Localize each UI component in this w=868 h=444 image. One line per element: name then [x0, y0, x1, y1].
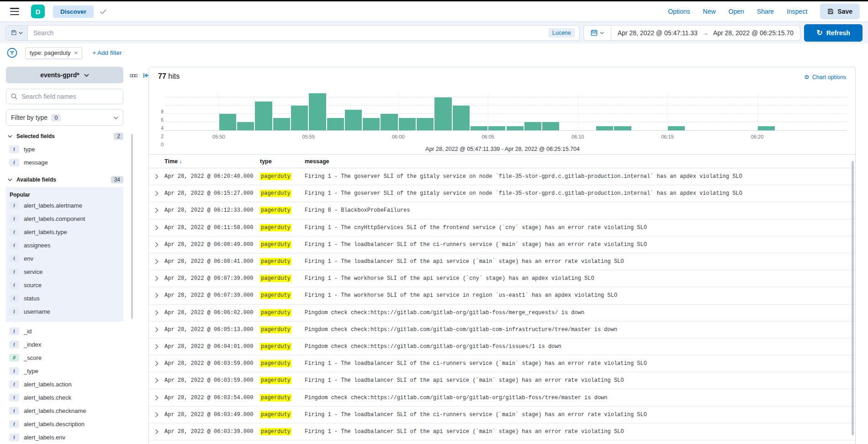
field-item-alert_labels.alertname[interactable]: talert_labels.alertname — [6, 199, 123, 212]
nav-new[interactable]: New — [703, 8, 716, 15]
expand-row-button[interactable] — [149, 327, 164, 332]
highlighted-term: pagerduty — [260, 326, 291, 333]
field-item-alert_labels.action[interactable]: talert_labels.action — [6, 378, 123, 391]
cell-time: Apr 28, 2022 @ 06:11:58.000 — [164, 225, 260, 231]
expand-row-button[interactable] — [149, 412, 164, 417]
field-item-service[interactable]: tservice — [6, 265, 123, 278]
filter-by-type-button[interactable]: Filter by type 0 — [6, 109, 123, 126]
date-range-end[interactable]: Apr 28, 2022 @ 06:25:15.70 — [713, 29, 794, 37]
cell-message: Firing 1 - The loadbalancer SLI of the c… — [305, 412, 855, 418]
expand-row-button[interactable] — [149, 378, 164, 383]
y-axis-tick: 2 — [158, 134, 164, 139]
nav-options[interactable]: Options — [668, 8, 690, 15]
field-item-source[interactable]: tsource — [6, 278, 123, 292]
column-header-time[interactable]: Time↓ — [164, 158, 260, 165]
refresh-button[interactable]: ↻ Refresh — [804, 24, 863, 42]
nav-inspect[interactable]: Inspect — [787, 8, 807, 15]
cell-type: pagerduty — [260, 258, 305, 265]
expand-row-button[interactable] — [149, 395, 164, 401]
filter-pill[interactable]: type: pagerduty × — [25, 47, 82, 59]
highlighted-term: pagerduty — [260, 394, 291, 401]
expand-row-button[interactable] — [149, 276, 164, 281]
field-search-input[interactable]: Search field names — [6, 89, 123, 104]
date-range-start[interactable]: Apr 28, 2022 @ 05:47:11.33 — [618, 29, 698, 37]
cell-type: pagerduty — [260, 275, 305, 282]
string-type-icon: t — [9, 394, 19, 401]
saved-query-menu-button[interactable] — [6, 26, 28, 40]
table-header: Time↓ type message — [149, 154, 855, 168]
available-fields-header[interactable]: Available fields 34 — [6, 176, 123, 183]
field-item-_type[interactable]: t_type — [6, 364, 123, 378]
results-panel: 77 hits ⚙ Chart options 02468 05:5005:55… — [148, 67, 856, 444]
field-item-_index[interactable]: t_index — [6, 338, 123, 351]
field-item-message[interactable]: tmessage — [6, 156, 123, 169]
chevron-right-icon — [155, 242, 159, 247]
field-item-env[interactable]: tenv — [6, 252, 123, 265]
column-header-message[interactable]: message — [305, 158, 855, 165]
selected-fields-header[interactable]: Selected fields 2 — [6, 133, 123, 140]
add-filter-button[interactable]: + Add filter — [92, 49, 122, 56]
index-pattern-select[interactable]: events-gprd* — [6, 67, 123, 83]
chevron-down-icon — [600, 32, 604, 34]
field-item-_score[interactable]: #_score — [6, 351, 123, 364]
y-axis-labels: 02468 — [158, 85, 164, 153]
save-button[interactable]: Save — [820, 4, 860, 19]
chevron-down-icon — [8, 135, 12, 138]
expand-row-button[interactable] — [149, 429, 164, 434]
expand-row-button[interactable] — [149, 191, 164, 196]
field-item-alert_labels.component[interactable]: talert_labels.component — [6, 212, 123, 225]
table-scrollbar[interactable] — [852, 161, 854, 435]
field-item-alert_labels.type[interactable]: talert_labels.type — [6, 225, 123, 239]
cell-type: pagerduty — [260, 412, 305, 418]
date-quick-menu-button[interactable] — [584, 26, 611, 40]
expand-row-button[interactable] — [149, 242, 164, 247]
field-item-alert_labels.description[interactable]: talert_labels.description — [6, 417, 123, 431]
date-picker: Apr 28, 2022 @ 05:47:11.33 → Apr 28, 202… — [583, 25, 800, 41]
filter-remove-icon[interactable]: × — [74, 49, 78, 56]
query-language-badge[interactable]: Lucene — [549, 28, 575, 37]
highlighted-term: pagerduty — [260, 190, 291, 197]
expand-row-button[interactable] — [149, 174, 164, 179]
highlighted-term: pagerduty — [260, 377, 291, 384]
available-fields-count: 34 — [111, 176, 123, 183]
nav-share[interactable]: Share — [757, 8, 774, 15]
expand-row-button[interactable] — [149, 344, 164, 349]
expand-row-button[interactable] — [149, 225, 164, 230]
highlighted-term: pagerduty — [260, 173, 291, 180]
nav-open[interactable]: Open — [729, 8, 744, 15]
field-item-alert_labels.check[interactable]: talert_labels.check — [6, 391, 123, 404]
menu-icon[interactable] — [10, 8, 19, 15]
filter-icon[interactable] — [6, 47, 18, 59]
table-row: Apr 28, 2022 @ 06:03:39.000pagerdutyFiri… — [149, 423, 855, 440]
field-item-_id[interactable]: t_id — [6, 325, 123, 338]
expand-row-button[interactable] — [149, 208, 164, 213]
range-arrow-icon: → — [702, 29, 709, 37]
expand-row-button[interactable] — [149, 259, 164, 264]
gear-icon: ⚙ — [804, 74, 810, 80]
field-name: message — [24, 159, 48, 166]
cell-time: Apr 28, 2022 @ 06:05:13.000 — [164, 326, 260, 333]
breadcrumb[interactable]: Discover — [53, 5, 94, 18]
expand-row-button[interactable] — [149, 310, 164, 316]
search-input[interactable] — [28, 29, 549, 37]
chart-options-button[interactable]: ⚙ Chart options — [804, 74, 846, 80]
app-header: D Discover OptionsNewOpenShareInspect Sa… — [0, 1, 868, 22]
expand-row-button[interactable] — [149, 293, 164, 298]
string-type-icon: t — [9, 202, 19, 209]
query-bar: Lucene Apr 28, 2022 @ 05:47:11.33 → Apr … — [0, 22, 868, 43]
app-logo[interactable]: D — [31, 5, 45, 18]
expand-row-button[interactable] — [149, 361, 164, 366]
field-stats-icon[interactable] — [130, 73, 138, 79]
x-axis-tick: 06:05 — [482, 134, 494, 139]
chevron-down-icon — [84, 74, 89, 77]
highlighted-term: pagerduty — [260, 343, 291, 350]
table-row: Apr 28, 2022 @ 06:03:59.000pagerdutyFiri… — [149, 372, 855, 389]
field-item-username[interactable]: tusername — [6, 305, 123, 318]
field-item-type[interactable]: ttype — [6, 143, 123, 156]
field-item-status[interactable]: tstatus — [6, 292, 123, 305]
column-header-type[interactable]: type — [260, 158, 305, 165]
field-item-alert_labels.env[interactable]: talert_labels.env — [6, 431, 123, 444]
field-item-alert_labels.checkname[interactable]: talert_labels.checkname — [6, 404, 123, 417]
sidebar-scrollbar[interactable] — [131, 134, 133, 319]
field-item-assignees[interactable]: tassignees — [6, 239, 123, 252]
